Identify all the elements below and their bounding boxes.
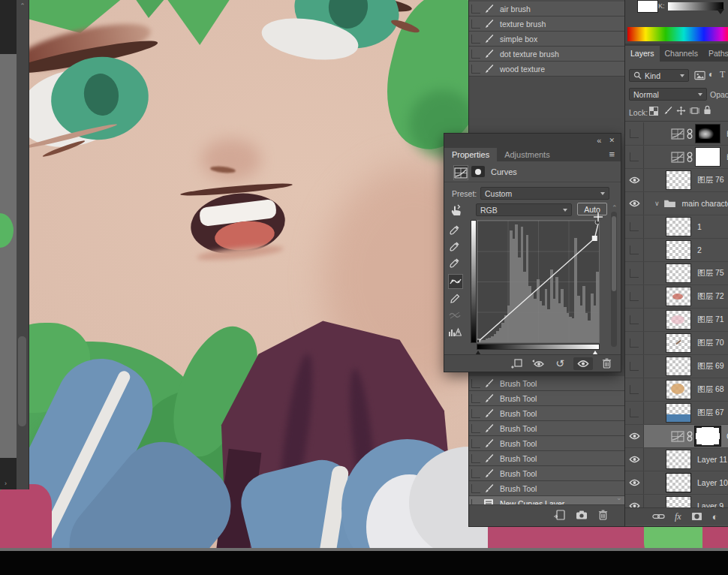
draw-curve-pencil-icon[interactable]: [448, 292, 462, 306]
visibility-cell[interactable]: [625, 448, 644, 471]
visibility-cell[interactable]: [625, 122, 644, 145]
properties-scrollbar-thumb[interactable]: [612, 216, 616, 291]
visibility-cell[interactable]: [625, 215, 644, 238]
tab-layers[interactable]: Layers: [625, 46, 660, 62]
set-source-checkbox[interactable]: [471, 50, 480, 59]
tab-paths[interactable]: Paths: [703, 46, 728, 62]
layer-row[interactable]: ∨main character: [625, 192, 728, 215]
layer-thumbnail[interactable]: [666, 473, 691, 492]
filter-kind-dropdown[interactable]: Kind: [629, 69, 689, 82]
left-scrollbar-thumb[interactable]: [18, 336, 26, 426]
set-source-checkbox[interactable]: [471, 5, 480, 14]
layer-thumbnail[interactable]: [666, 217, 691, 236]
layer-row[interactable]: 图层 72: [625, 285, 728, 309]
set-source-checkbox[interactable]: [471, 20, 480, 29]
eye-empty-box[interactable]: [630, 152, 639, 161]
layer-row[interactable]: Curves: [625, 425, 728, 448]
tool-preset-row[interactable]: texture brush: [469, 17, 624, 32]
mask-link-icon[interactable]: [687, 152, 693, 163]
layer-name[interactable]: 图层 69: [697, 361, 724, 372]
history-state-row[interactable]: Brush Tool: [469, 391, 624, 406]
layer-thumbnail[interactable]: [666, 170, 691, 190]
eye-empty-box[interactable]: [630, 315, 639, 324]
layer-thumbnail[interactable]: [666, 240, 691, 260]
targeted-adjustment-icon[interactable]: [450, 204, 463, 216]
curves-thumbnail-icon[interactable]: [671, 152, 684, 163]
layer-row[interactable]: 图层 68: [625, 378, 728, 402]
layer-row-body[interactable]: Curves: [644, 425, 728, 447]
lock-paint-icon[interactable]: [663, 106, 672, 116]
layer-thumbnail[interactable]: [666, 333, 691, 353]
gray-point-dropper-icon[interactable]: [448, 239, 462, 253]
set-source-checkbox[interactable]: [471, 35, 480, 44]
layer-row[interactable]: Layer 10: [625, 471, 728, 495]
layer-row-body[interactable]: 2: [644, 239, 728, 261]
visibility-cell[interactable]: [625, 402, 644, 424]
layer-name[interactable]: 图层 68: [697, 384, 724, 395]
eye-empty-box[interactable]: [630, 245, 639, 254]
properties-scrollbar-track[interactable]: [611, 212, 617, 347]
eye-empty-box[interactable]: [630, 222, 639, 231]
channel-dropdown[interactable]: RGB: [476, 203, 572, 216]
history-state-row[interactable]: Brush Tool: [469, 406, 624, 421]
link-layers-icon[interactable]: [652, 513, 665, 520]
eye-empty-box[interactable]: [630, 129, 639, 138]
visibility-cell[interactable]: [625, 309, 644, 331]
history-scroll-down-icon[interactable]: ⌄: [616, 495, 622, 501]
collapse-panel-icon[interactable]: «: [597, 136, 601, 145]
layer-thumbnail[interactable]: [666, 310, 691, 330]
new-snapshot-camera-icon[interactable]: [576, 510, 588, 519]
visibility-cell[interactable]: [625, 262, 644, 284]
layer-row-body[interactable]: 1: [644, 215, 728, 238]
layer-name[interactable]: 图层 71: [697, 315, 724, 325]
set-source-checkbox[interactable]: [471, 409, 480, 418]
mask-link-icon[interactable]: [687, 431, 693, 442]
black-point-dropper-icon[interactable]: [448, 223, 462, 236]
layer-style-fx-icon[interactable]: fx: [675, 511, 681, 522]
eye-empty-box[interactable]: [630, 339, 639, 348]
layer-row-body[interactable]: 曲线: [644, 122, 728, 145]
set-source-checkbox[interactable]: [471, 394, 480, 403]
tab-properties[interactable]: Properties: [444, 148, 497, 161]
visibility-cell[interactable]: [625, 378, 644, 401]
blend-mode-dropdown[interactable]: Normal: [629, 88, 707, 101]
layer-name[interactable]: 图层 75: [697, 268, 724, 278]
layer-row[interactable]: 图层 76: [625, 169, 728, 192]
eye-empty-box[interactable]: [630, 292, 639, 301]
set-source-checkbox[interactable]: [471, 439, 480, 448]
layer-mask-thumbnail[interactable]: [695, 426, 720, 446]
toggle-visibility-icon[interactable]: [573, 357, 593, 370]
layer-row[interactable]: 图层 70: [625, 332, 728, 355]
layer-row[interactable]: 图层 75: [625, 262, 728, 285]
layer-row[interactable]: 2: [625, 239, 728, 262]
scroll-up-icon[interactable]: ⌃: [612, 205, 618, 212]
visibility-cell[interactable]: [625, 285, 644, 308]
lock-artboard-icon[interactable]: [690, 106, 699, 116]
layer-row-body[interactable]: Layer 10: [644, 471, 728, 494]
visibility-cell[interactable]: [625, 169, 644, 191]
lock-transparency-icon[interactable]: [649, 107, 658, 116]
curve-grid[interactable]: [477, 220, 600, 343]
layer-row[interactable]: 曲线: [625, 146, 728, 169]
curves-thumbnail-icon[interactable]: [671, 431, 684, 442]
group-expand-caret[interactable]: ∨: [654, 200, 660, 207]
layer-row[interactable]: 图层 67: [625, 402, 728, 425]
visibility-cell[interactable]: [625, 355, 644, 378]
visibility-cell[interactable]: [625, 239, 644, 261]
reset-adjustment-icon[interactable]: ↺: [555, 358, 564, 369]
layer-row-body[interactable]: ∨main character: [644, 192, 728, 215]
eye-empty-box[interactable]: [630, 269, 639, 278]
lock-all-icon[interactable]: [703, 105, 711, 115]
layer-row-body[interactable]: 图层 69: [644, 355, 728, 378]
edit-points-tool-icon[interactable]: [448, 274, 463, 289]
set-source-checkbox[interactable]: [471, 469, 480, 478]
add-mask-icon[interactable]: [691, 512, 702, 521]
layer-name[interactable]: 图层 67: [697, 408, 724, 418]
lock-position-icon[interactable]: [676, 106, 686, 116]
new-adjustment-layer-icon[interactable]: ◐: [712, 511, 718, 522]
color-spectrum-ramp[interactable]: [627, 27, 728, 41]
visibility-cell[interactable]: [625, 332, 644, 354]
collapse-chevron-icon[interactable]: ⌃: [17, 0, 29, 10]
history-state-row[interactable]: Brush Tool: [469, 436, 624, 451]
visibility-cell[interactable]: [625, 192, 644, 215]
